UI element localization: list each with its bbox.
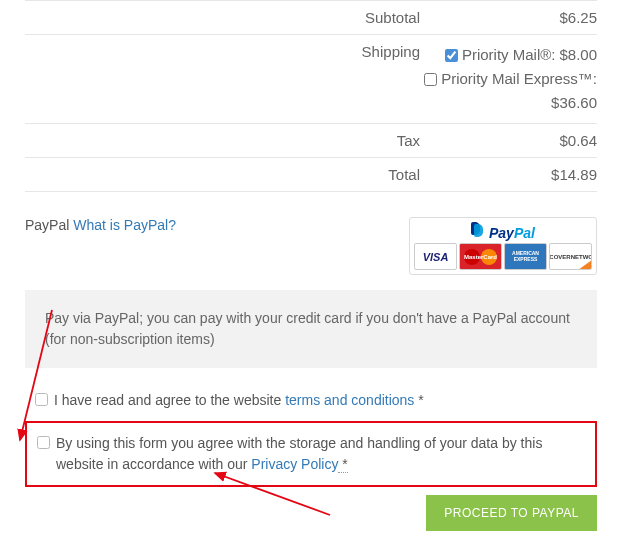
shipping-opt2-checkbox[interactable] [424, 73, 437, 86]
shipping-opt1-price: $8.00 [559, 43, 597, 67]
tax-row: Tax $0.64 [25, 124, 597, 158]
terms-text: I have read and agree to the website [54, 392, 285, 408]
proceed-to-paypal-button[interactable]: PROCEED TO PAYPAL [426, 495, 597, 531]
privacy-consent-row: By using this form you agree with the st… [25, 421, 597, 487]
amex-card-icon: AMERICAN EXPRESS [504, 243, 547, 270]
shipping-opt1-checkbox[interactable] [445, 49, 458, 62]
shipping-opt1-label: Priority Mail®: [462, 43, 556, 67]
subtotal-row: Subtotal $6.25 [25, 1, 597, 35]
privacy-link[interactable]: Privacy Policy [251, 456, 338, 472]
privacy-checkbox[interactable] [37, 436, 50, 449]
paypal-logo-icon: PayPal [471, 222, 535, 241]
shipping-opt2-label: Priority Mail Express™: [441, 67, 597, 91]
shipping-opt2-price: $36.60 [420, 91, 597, 115]
visa-card-icon: VISA [414, 243, 457, 270]
subtotal-label: Subtotal [25, 9, 420, 26]
order-totals: Subtotal $6.25 Shipping Priority Mail®: … [25, 0, 597, 192]
paypal-cards-box: PayPal VISA MasterCard AMERICAN EXPRESS … [409, 217, 597, 275]
total-row: Total $14.89 [25, 158, 597, 192]
total-label: Total [25, 166, 420, 183]
discover-card-icon: DISCOVERNETWORK [549, 243, 592, 270]
shipping-label: Shipping [25, 43, 420, 115]
tax-label: Tax [25, 132, 420, 149]
mastercard-icon: MasterCard [459, 243, 502, 270]
total-value: $14.89 [420, 166, 597, 183]
terms-consent-row: I have read and agree to the website ter… [25, 386, 597, 415]
shipping-option-2[interactable]: Priority Mail Express™: [420, 67, 597, 91]
subtotal-value: $6.25 [420, 9, 597, 26]
paypal-info-text: Pay via PayPal; you can pay with your cr… [25, 290, 597, 368]
shipping-row: Shipping Priority Mail®: $8.00 Priority … [25, 35, 597, 124]
shipping-option-1[interactable]: Priority Mail®: $8.00 [420, 43, 597, 67]
terms-link[interactable]: terms and conditions [285, 392, 414, 408]
tax-value: $0.64 [420, 132, 597, 149]
payment-method-name: PayPal What is PayPal? [25, 217, 176, 233]
terms-checkbox[interactable] [35, 393, 48, 406]
what-is-paypal-link[interactable]: What is PayPal? [73, 217, 176, 233]
